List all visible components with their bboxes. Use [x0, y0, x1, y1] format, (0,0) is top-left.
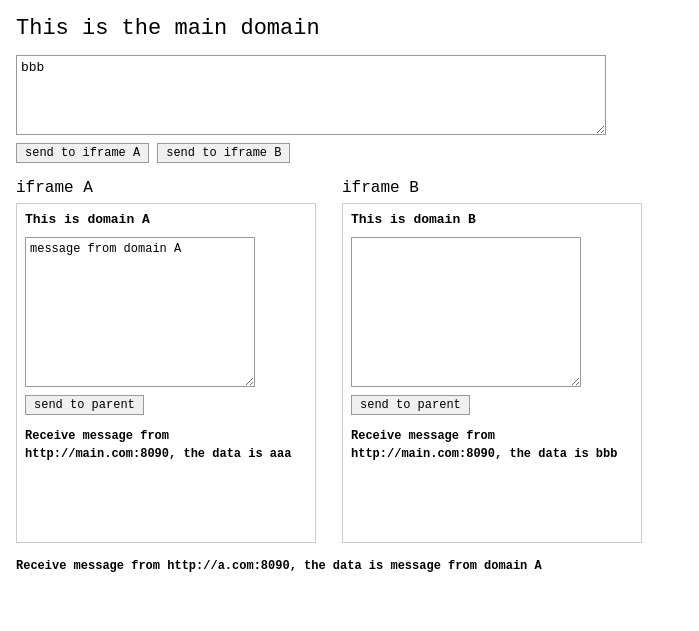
iframe-a-box[interactable]: This is domain A send to parent Receive …	[16, 203, 316, 543]
iframe-b-textarea[interactable]	[351, 237, 581, 387]
bottom-receive-message: Receive message from http://a.com:8090, …	[16, 559, 683, 573]
iframe-a-textarea[interactable]	[25, 237, 255, 387]
iframe-b-receive-message: Receive message from http://main.com:809…	[351, 427, 633, 463]
iframe-b-box[interactable]: This is domain B send to parent Receive …	[342, 203, 642, 543]
send-to-iframe-a-button[interactable]: send to iframe A	[16, 143, 149, 163]
iframe-b-section: iframe B This is domain B send to parent…	[342, 179, 652, 543]
iframe-a-send-to-parent-button[interactable]: send to parent	[25, 395, 144, 415]
send-to-iframe-b-button[interactable]: send to iframe B	[157, 143, 290, 163]
iframe-b-label: iframe B	[342, 179, 652, 197]
main-textarea[interactable]	[16, 55, 606, 135]
iframe-b-send-to-parent-button[interactable]: send to parent	[351, 395, 470, 415]
iframe-a-label: iframe A	[16, 179, 326, 197]
iframe-b-domain-title: This is domain B	[351, 212, 633, 227]
iframe-a-section: iframe A This is domain A send to parent…	[16, 179, 326, 543]
page-title: This is the main domain	[16, 16, 683, 41]
iframe-a-domain-title: This is domain A	[25, 212, 307, 227]
iframe-a-receive-message: Receive message from http://main.com:809…	[25, 427, 307, 463]
